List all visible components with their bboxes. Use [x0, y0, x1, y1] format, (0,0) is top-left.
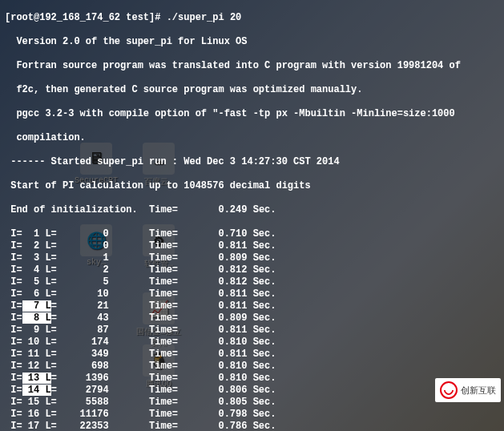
output-line: pgcc 3.2-3 with compile option of "-fast…: [5, 108, 499, 120]
iteration-line: I= 7 L= 21 Time= 0.811 Sec.: [5, 300, 499, 312]
output-line: ------ Started super_pi run : Wed Dec 3 …: [5, 156, 499, 168]
output-line: Start of PI calculation up to 1048576 de…: [5, 180, 499, 192]
output-line: f2c, then generated C source program was…: [5, 84, 499, 96]
watermark: 创新互联: [435, 378, 501, 402]
iteration-line: I= 14 L= 2794 Time= 0.806 Sec.: [5, 385, 499, 397]
terminal-prompt: [root@192_168_174_62 test]# ./super_pi 2…: [5, 12, 499, 24]
output-line: Fortran source program was translated in…: [5, 60, 499, 72]
watermark-logo-icon: [440, 381, 458, 399]
iteration-line: I= 16 L= 11176 Time= 0.798 Sec.: [5, 409, 499, 421]
iteration-line: I= 15 L= 5588 Time= 0.805 Sec.: [5, 397, 499, 409]
watermark-text: 创新互联: [461, 385, 496, 397]
iteration-line: I= 8 L= 43 Time= 0.809 Sec.: [5, 312, 499, 324]
output-line: End of initialization. Time= 0.249 Sec.: [5, 204, 499, 216]
iteration-line: I= 1 L= 0 Time= 0.710 Sec.: [5, 228, 499, 240]
terminal-window[interactable]: [root@192_168_174_62 test]# ./super_pi 2…: [0, 0, 504, 431]
terminal-command: ./super_pi 20: [167, 12, 242, 23]
iteration-line: I= 13 L= 1396 Time= 0.810 Sec.: [5, 373, 499, 385]
iteration-line: I= 6 L= 10 Time= 0.811 Sec.: [5, 288, 499, 300]
output-line: compilation.: [5, 132, 499, 144]
iteration-line: I= 3 L= 1 Time= 0.809 Sec.: [5, 252, 499, 264]
iteration-line: I= 4 L= 2 Time= 0.812 Sec.: [5, 264, 499, 276]
iteration-line: I= 11 L= 349 Time= 0.811 Sec.: [5, 348, 499, 361]
iteration-line: I= 12 L= 698 Time= 0.810 Sec.: [5, 361, 499, 373]
iteration-line: I= 10 L= 174 Time= 0.810 Sec.: [5, 336, 499, 348]
output-line: Version 2.0 of the super_pi for Linux OS: [5, 36, 499, 48]
iteration-line: I= 9 L= 87 Time= 0.811 Sec.: [5, 324, 499, 336]
iteration-line: I= 17 L= 22353 Time= 0.786 Sec.: [5, 421, 499, 431]
iteration-line: I= 5 L= 5 Time= 0.812 Sec.: [5, 276, 499, 288]
iteration-line: I= 2 L= 0 Time= 0.811 Sec.: [5, 240, 499, 252]
